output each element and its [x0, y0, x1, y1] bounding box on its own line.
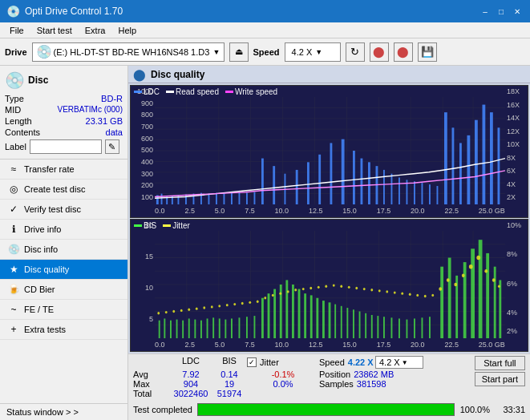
legend-ldc: LDC	[134, 87, 160, 96]
svg-point-175	[492, 278, 496, 281]
svg-rect-81	[170, 321, 172, 338]
speed-select[interactable]: 4.2 X ▼	[285, 42, 341, 62]
sidebar-item-transfer-rate[interactable]: ≈ Transfer rate	[0, 160, 127, 180]
legend-bis: BIS	[134, 221, 156, 230]
svg-rect-92	[239, 317, 241, 338]
svg-rect-105	[322, 301, 325, 338]
legend-write-speed: Write speed	[225, 87, 277, 96]
svg-point-151	[310, 287, 312, 289]
svg-rect-43	[361, 159, 363, 204]
svg-point-165	[416, 294, 419, 297]
svg-point-140	[226, 304, 229, 306]
position-label: Position	[319, 370, 350, 379]
disc-mid-row: MID VERBATIMc (000)	[5, 104, 123, 115]
svg-rect-80	[164, 318, 165, 338]
svg-rect-87	[207, 318, 208, 338]
bis-chart-svg-area	[155, 231, 505, 338]
svg-point-147	[279, 292, 281, 294]
svg-rect-28	[216, 193, 217, 204]
drive-bar: Drive 💿 (E:) HL-DT-ST BD-RE WH16NS48 1.D…	[0, 38, 530, 66]
max-jitter-val: 0.0%	[247, 379, 319, 389]
speed-label: Speed	[253, 47, 280, 57]
disc-quality-header: ⬤ Disc quality	[128, 66, 530, 83]
stats-table: LDC BIS ✓ Jitter Speed 4.22 X 4.2 X ▼	[133, 356, 470, 398]
svg-rect-29	[224, 194, 225, 204]
progress-label: Test completed	[133, 405, 192, 414]
svg-rect-112	[365, 313, 366, 338]
disc-label-input[interactable]	[30, 139, 102, 154]
status-window-button[interactable]: Status window > >	[0, 403, 127, 420]
svg-point-170	[454, 283, 457, 286]
disc-label-button[interactable]: ✎	[105, 139, 119, 154]
svg-rect-33	[254, 192, 256, 204]
sidebar: 💿 Disc Type BD-R MID VERBATIMc (000) Len…	[0, 66, 128, 420]
menu-help[interactable]: Help	[111, 24, 143, 37]
svg-point-153	[325, 285, 327, 288]
close-button[interactable]: ✕	[511, 5, 524, 18]
svg-rect-97	[273, 289, 276, 338]
max-bis-val: 19	[212, 379, 247, 389]
disc-mid-val: VERBATIMc (000)	[58, 105, 123, 115]
speed-dropdown[interactable]: 4.2 X ▼	[375, 356, 423, 369]
verify-test-disc-icon: ✓	[8, 204, 19, 215]
svg-rect-44	[368, 162, 370, 204]
svg-point-134	[180, 309, 183, 312]
svg-rect-126	[471, 248, 475, 338]
svg-rect-59	[483, 105, 486, 204]
position-val: 23862 MB	[354, 370, 394, 379]
sidebar-item-create-test-disc[interactable]: ◎ Create test disc	[0, 180, 127, 200]
jitter-checkbox[interactable]: ✓	[247, 357, 257, 367]
maximize-button[interactable]: □	[495, 5, 508, 18]
svg-rect-57	[467, 135, 471, 204]
disc-length-row: Length 23.31 GB	[5, 115, 123, 127]
sidebar-item-verify-test-disc[interactable]: ✓ Verify test disc	[0, 200, 127, 220]
svg-point-132	[165, 311, 168, 313]
extra-tests-icon: +	[8, 324, 19, 335]
svg-rect-100	[292, 285, 294, 338]
settings-button[interactable]: ⬤	[370, 42, 389, 62]
sidebar-item-disc-info[interactable]: 💿 Disc info	[0, 240, 127, 260]
info-button[interactable]: ⬤	[394, 42, 413, 62]
menu-file[interactable]: File	[3, 24, 30, 37]
sidebar-item-drive-info[interactable]: ℹ Drive info	[0, 220, 127, 240]
disc-type-val: BD-R	[101, 94, 123, 103]
sidebar-item-cd-bier[interactable]: 🍺 CD Bier	[0, 280, 127, 300]
menu-start-test[interactable]: Start test	[30, 24, 79, 37]
refresh-button[interactable]: ↻	[346, 42, 365, 62]
speed-dropdown-icon: ▼	[402, 359, 408, 366]
start-buttons: Start full Start part	[475, 356, 525, 386]
legend-jitter: Jitter	[163, 221, 190, 230]
svg-point-172	[469, 265, 473, 269]
sidebar-item-label-extra-tests: Extra tests	[24, 325, 66, 334]
svg-point-137	[203, 306, 205, 309]
gear-icon: ⬤	[373, 46, 385, 58]
save-button[interactable]: 💾	[418, 42, 437, 62]
sidebar-item-extra-tests[interactable]: + Extra tests	[0, 320, 127, 340]
ldc-y-axis-left: 1000 900 800 700 600 500 400 300 200 100	[131, 86, 155, 203]
svg-rect-107	[334, 305, 336, 338]
sidebar-item-label-verify-test-disc: Verify test disc	[24, 204, 81, 214]
svg-point-142	[241, 302, 244, 305]
drive-icon: 💿	[36, 44, 52, 59]
disc-section: 💿 Disc Type BD-R MID VERBATIMc (000) Len…	[0, 66, 127, 160]
drive-select[interactable]: 💿 (E:) HL-DT-ST BD-RE WH16NS48 1.D3 ▼	[32, 42, 225, 62]
svg-rect-46	[383, 170, 385, 204]
svg-rect-47	[391, 174, 393, 204]
chevron-down-icon: ▼	[213, 48, 220, 56]
ldc-x-axis: 0.0 2.5 5.0 7.5 10.0 12.5 15.0 17.5 20.0…	[155, 204, 505, 217]
start-full-button[interactable]: Start full	[475, 356, 525, 370]
ldc-y-axis-right: 18X 16X 14X 12X 10X 8X 6X 4X 2X	[505, 86, 528, 203]
sidebar-item-label-disc-quality: Disc quality	[24, 265, 69, 274]
disc-contents-key: Contents	[5, 127, 40, 137]
start-part-button[interactable]: Start part	[475, 372, 525, 386]
sidebar-item-disc-quality[interactable]: ★ Disc quality	[0, 260, 127, 280]
svg-rect-117	[399, 318, 400, 338]
svg-point-160	[378, 289, 381, 292]
disc-length-key: Length	[5, 116, 32, 126]
eject-button[interactable]: ⏏	[229, 42, 249, 62]
menu-extra[interactable]: Extra	[79, 24, 112, 37]
minimize-button[interactable]: –	[479, 5, 492, 18]
svg-rect-123	[448, 258, 451, 339]
ldc-legend: LDC Read speed Write speed	[134, 87, 277, 96]
sidebar-item-fe-te[interactable]: ~ FE / TE	[0, 300, 127, 320]
